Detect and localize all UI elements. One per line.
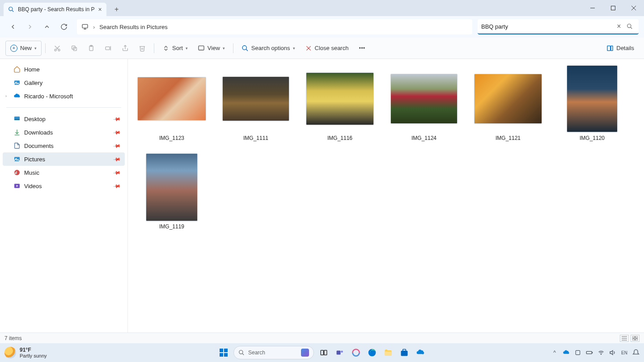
maximize-button[interactable] (603, 0, 623, 16)
share-icon (122, 45, 129, 52)
file-item[interactable]: IMG_1123 (136, 65, 208, 141)
file-item[interactable]: IMG_1121 (472, 65, 544, 141)
refresh-button[interactable] (56, 19, 72, 34)
new-tab-button[interactable]: + (111, 4, 123, 15)
address-bar[interactable]: › Search Results in Pictures (77, 19, 472, 34)
svg-rect-28 (611, 46, 613, 51)
taskbar-app-copilot[interactable] (350, 346, 362, 359)
minimize-button[interactable] (582, 0, 603, 16)
cut-button[interactable] (49, 41, 65, 56)
sidebar-item-label: Music (24, 169, 39, 176)
taskbar-app-edge[interactable] (366, 346, 378, 359)
file-item[interactable]: IMG_1120 (556, 65, 628, 141)
svg-line-24 (246, 49, 248, 51)
details-view-toggle[interactable] (620, 335, 629, 342)
svg-rect-32 (14, 119, 20, 120)
file-name: IMG_1111 (243, 135, 268, 141)
search-input[interactable] (481, 23, 614, 30)
thumbnail (304, 65, 376, 132)
svg-rect-6 (82, 25, 88, 28)
share-button[interactable] (117, 41, 133, 56)
file-item[interactable]: IMG_1111 (220, 65, 292, 141)
system-tray[interactable]: ^ EN (551, 349, 640, 356)
sidebar-item-videos[interactable]: Videos📌 (3, 179, 125, 193)
nav-row: › Search Results in Pictures × (0, 16, 644, 38)
back-button[interactable] (5, 19, 21, 34)
search-icon[interactable] (624, 23, 635, 29)
sidebar-item-ricardo-microsoft[interactable]: ›Ricardo - Microsoft (3, 89, 125, 103)
window-tab[interactable]: BBQ party - Search Results in P × (4, 3, 106, 16)
search-icon (238, 349, 245, 356)
search-icon (8, 6, 14, 13)
taskbar-app-teams[interactable] (334, 346, 346, 359)
image-thumbnail (146, 153, 198, 221)
chevron-right-icon: › (5, 94, 7, 98)
tray-chevron-icon[interactable]: ^ (551, 349, 558, 356)
thumbnails-view-toggle[interactable] (631, 335, 640, 342)
sidebar-item-music[interactable]: Music📌 (3, 166, 125, 179)
taskbar-app-onedrive[interactable] (414, 346, 427, 359)
taskbar-app-store[interactable] (398, 346, 411, 359)
more-icon: ••• (358, 45, 365, 52)
taskbar-search[interactable]: Search (233, 346, 314, 359)
thumbnail (472, 65, 544, 132)
delete-button[interactable] (134, 41, 150, 56)
sidebar-item-label: Videos (24, 183, 42, 189)
sidebar-item-gallery[interactable]: Gallery (3, 76, 125, 89)
tray-onedrive-icon[interactable] (563, 349, 570, 356)
search-options-button[interactable]: Search options ▾ (237, 41, 300, 56)
svg-rect-45 (636, 339, 638, 341)
svg-rect-49 (224, 353, 228, 357)
svg-rect-52 (321, 350, 323, 355)
sidebar-item-pictures[interactable]: Pictures📌 (3, 152, 125, 166)
forward-button[interactable] (22, 19, 38, 34)
tray-language-icon[interactable]: EN (621, 349, 628, 356)
svg-rect-3 (611, 6, 615, 10)
tray-notification-icon[interactable] (632, 349, 640, 356)
thumbnail (136, 65, 208, 132)
breadcrumb-text: Search Results in Pictures (99, 24, 167, 30)
tray-wifi-icon[interactable] (597, 349, 605, 356)
svg-rect-22 (199, 46, 204, 50)
sidebar-item-home[interactable]: Home (3, 63, 125, 76)
close-tab-icon[interactable]: × (98, 6, 102, 13)
sidebar-item-downloads[interactable]: Downloads📌 (3, 126, 125, 139)
new-button[interactable]: + New ▾ (5, 41, 42, 56)
up-button[interactable] (39, 19, 55, 34)
taskbar-app-explorer[interactable] (382, 346, 394, 359)
image-thumbnail (222, 76, 289, 121)
copy-button[interactable] (66, 41, 82, 56)
start-button[interactable] (217, 346, 230, 359)
view-button[interactable]: View ▾ (193, 41, 229, 56)
svg-rect-42 (632, 336, 635, 338)
pin-icon: 📌 (113, 142, 121, 150)
image-thumbnail (306, 72, 374, 125)
svg-point-55 (341, 351, 343, 353)
svg-line-10 (631, 27, 632, 29)
more-button[interactable]: ••• (354, 41, 370, 56)
sidebar-item-documents[interactable]: Documents📌 (3, 139, 125, 152)
file-item[interactable]: IMG_1116 (304, 65, 376, 141)
svg-point-0 (9, 7, 13, 11)
file-item[interactable]: IMG_1119 (136, 154, 208, 230)
search-box[interactable]: × (478, 19, 639, 34)
sidebar-item-label: Pictures (24, 156, 45, 163)
file-item[interactable]: IMG_1124 (388, 65, 460, 141)
sort-button[interactable]: Sort ▾ (158, 41, 192, 56)
paste-button[interactable] (83, 41, 99, 56)
tray-battery-icon[interactable] (586, 349, 593, 356)
thumbnail (220, 65, 292, 132)
details-button[interactable]: Details (602, 41, 639, 56)
taskbar-app-taskview[interactable] (318, 346, 330, 359)
taskbar-weather[interactable]: 91°F Partly sunny (4, 347, 47, 358)
rename-button[interactable] (100, 41, 116, 56)
clear-search-icon[interactable]: × (614, 22, 624, 30)
image-thumbnail (390, 74, 458, 124)
thumbnail (388, 65, 460, 132)
close-search-button[interactable]: Close search (301, 41, 353, 56)
tray-app-icon[interactable] (574, 349, 581, 356)
close-window-button[interactable] (623, 0, 644, 16)
sidebar-item-desktop[interactable]: Desktop📌 (3, 112, 125, 126)
tray-volume-icon[interactable] (609, 349, 616, 356)
home-icon (13, 66, 21, 73)
